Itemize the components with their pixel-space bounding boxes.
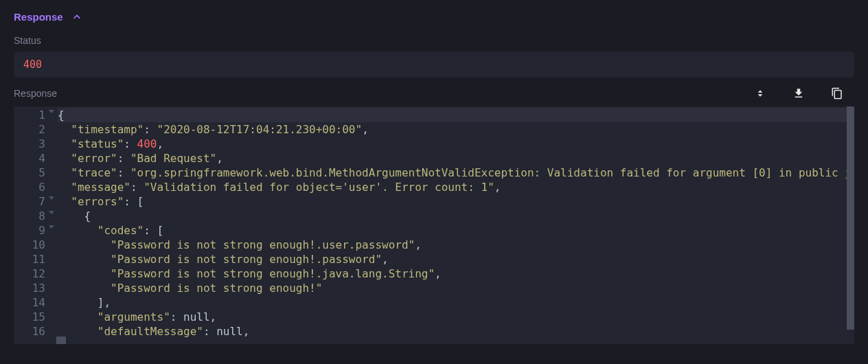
line-number: 12 [14,266,56,281]
fold-marker-icon[interactable] [49,211,54,214]
code-line[interactable]: "trace": "org.springframework.web.bind.M… [58,166,854,180]
code-line[interactable]: { [58,108,854,122]
line-number: 4 [14,151,56,166]
code-line[interactable]: "arguments": null, [58,310,854,324]
line-number: 7 [14,194,56,209]
status-value: 400 [14,52,854,78]
response-toolbar [754,87,853,100]
line-number: 1 [14,108,56,122]
code-line[interactable]: "Password is not strong enough!.user.pas… [58,238,854,252]
response-header[interactable]: Response [4,4,864,30]
line-number: 10 [14,238,56,252]
response-body-label: Response [14,88,57,99]
code-content[interactable]: { "timestamp": "2020-08-12T17:04:21.230+… [56,106,854,344]
code-line[interactable]: "Password is not strong enough!.java.lan… [58,266,854,281]
expand-icon[interactable] [754,87,766,100]
response-toolbar-row: Response [4,78,864,106]
horizontal-scrollbar[interactable] [56,337,847,344]
line-number: 16 [14,324,56,339]
code-line[interactable]: "codes": [ [58,223,854,238]
code-editor[interactable]: 12345678910111213141516 { "timestamp": "… [14,106,854,344]
line-number: 14 [14,295,56,310]
line-number: 15 [14,310,56,324]
fold-marker-icon[interactable] [49,196,54,200]
code-line[interactable]: "error": "Bad Request", [58,151,854,166]
vertical-scrollbar[interactable] [847,106,854,344]
fold-marker-icon[interactable] [49,110,54,113]
line-number: 5 [14,166,56,180]
code-line[interactable]: "errors": [ [58,194,854,209]
line-number: 13 [14,281,56,295]
line-gutter: 12345678910111213141516 [14,106,56,344]
code-line[interactable]: ], [58,295,854,310]
fold-marker-icon[interactable] [49,225,54,229]
response-title: Response [14,11,63,23]
download-icon[interactable] [792,87,805,100]
code-line[interactable]: "timestamp": "2020-08-12T17:04:21.230+00… [58,122,854,137]
code-line[interactable]: "Password is not strong enough!.password… [58,252,854,266]
line-number: 6 [14,180,56,194]
horizontal-scrollbar-thumb[interactable] [56,337,66,344]
line-number: 11 [14,252,56,266]
line-number: 9 [14,223,56,238]
line-number: 3 [14,137,56,151]
code-line[interactable]: "Password is not strong enough!" [58,281,854,295]
code-line[interactable]: "message": "Validation failed for object… [58,180,854,194]
line-number: 2 [14,122,56,137]
code-line[interactable]: { [58,209,854,223]
line-number: 8 [14,209,56,223]
response-panel: Response Status 400 Response 12345678910… [0,0,868,348]
code-line[interactable]: "status": 400, [58,137,854,151]
status-label: Status [4,30,864,52]
copy-icon[interactable] [831,87,843,100]
chevron-up-icon[interactable] [71,12,82,23]
vertical-scrollbar-thumb[interactable] [847,106,854,330]
